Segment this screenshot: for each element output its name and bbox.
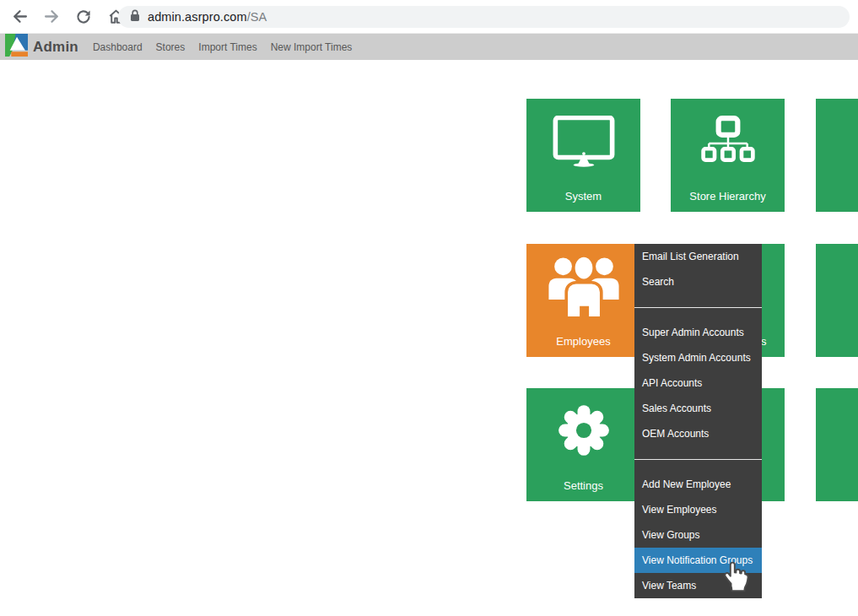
menu-item-system-admin-accounts[interactable]: System Admin Accounts [634, 345, 762, 370]
users-icon [526, 244, 640, 328]
menu-item-email-list-generation[interactable]: Email List Generation [634, 244, 762, 269]
menu-item-search[interactable]: Search [634, 269, 762, 294]
tile-row2-right-partial[interactable] [816, 244, 858, 357]
sitemap-icon [671, 99, 785, 183]
tile-label: Store Hierarchy [671, 190, 785, 203]
menu-item-view-teams[interactable]: View Teams [634, 573, 762, 598]
tile-row1-right-partial[interactable] [816, 99, 858, 212]
dashboard-content: System Store Hierarchy [0, 60, 858, 616]
tile-employees[interactable]: Employees [526, 244, 640, 357]
monitor-icon [526, 99, 640, 183]
nav-item-dashboard[interactable]: Dashboard [86, 41, 149, 53]
back-icon[interactable] [10, 8, 29, 26]
tile-row3-right-partial[interactable] [816, 388, 858, 501]
menu-divider [634, 446, 762, 472]
tile-label: Employees [526, 335, 640, 348]
tile-label: Settings [526, 479, 640, 492]
employees-dropdown-menu: Email List Generation Search Super Admin… [634, 244, 762, 598]
nav-item-new-import-times[interactable]: New Import Times [264, 41, 359, 53]
forward-icon[interactable] [42, 8, 61, 26]
menu-item-sales-accounts[interactable]: Sales Accounts [634, 396, 762, 421]
menu-item-api-accounts[interactable]: API Accounts [634, 370, 762, 396]
menu-divider [634, 294, 762, 320]
browser-toolbar: admin.asrpro.com/SA [0, 0, 858, 34]
tile-settings[interactable]: Settings [526, 388, 640, 501]
menu-item-view-employees[interactable]: View Employees [634, 497, 762, 522]
tile-store-hierarchy[interactable]: Store Hierarchy [671, 99, 785, 212]
gear-icon [526, 388, 640, 473]
nav-item-import-times[interactable]: Import Times [192, 41, 263, 53]
nav-item-stores[interactable]: Stores [149, 41, 192, 53]
tile-label: System [526, 190, 640, 203]
app-navbar: Admin Dashboard Stores Import Times New … [0, 34, 858, 60]
address-bar[interactable]: admin.asrpro.com/SA [118, 6, 850, 28]
lock-icon [130, 9, 140, 25]
menu-item-super-admin-accounts[interactable]: Super Admin Accounts [634, 320, 762, 345]
brand-home-link[interactable]: Admin [5, 34, 78, 60]
tile-system[interactable]: System [526, 99, 640, 212]
gear-icon [816, 388, 858, 473]
menu-item-oem-accounts[interactable]: OEM Accounts [634, 421, 762, 446]
brand-logo-icon [5, 34, 28, 60]
menu-item-add-new-employee[interactable]: Add New Employee [634, 472, 762, 497]
brand-name: Admin [33, 39, 78, 56]
menu-item-view-notification-groups[interactable]: View Notification Groups [634, 548, 762, 573]
refresh-icon[interactable] [74, 8, 93, 26]
url-text: admin.asrpro.com/SA [148, 10, 267, 24]
menu-item-view-groups[interactable]: View Groups [634, 522, 762, 548]
